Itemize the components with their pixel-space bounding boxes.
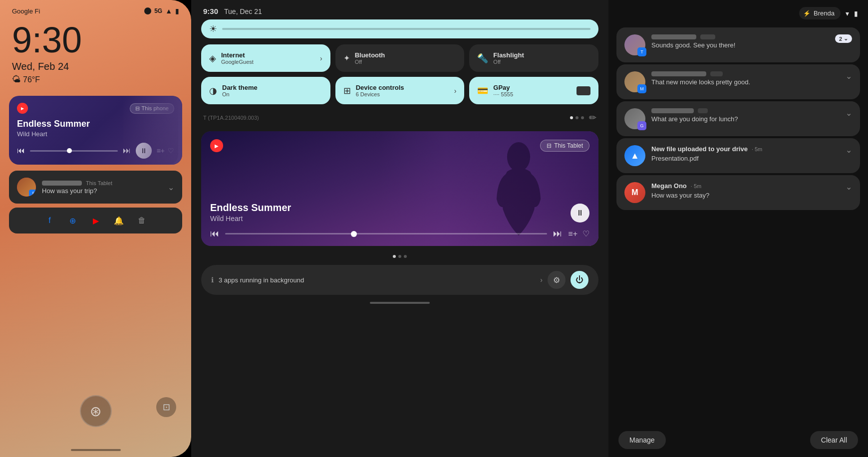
phone-notification[interactable]: f This Tablet How was your trip? ⌄ bbox=[9, 171, 182, 204]
expand-button[interactable]: ⌄ bbox=[168, 183, 174, 192]
phone-date: Wed, Feb 24 bbox=[0, 58, 191, 73]
qs-tile-bluetooth-text: Bluetooth Off bbox=[355, 51, 457, 65]
nc-content-sunita: Sounds good. See you there! bbox=[651, 34, 829, 50]
notification-item[interactable]: M Megan Ono · 5m How was your stay? ⌄ bbox=[616, 175, 860, 210]
qs-tile-internet-text: Internet GoogleGuest bbox=[221, 51, 315, 65]
tablet-panel: 9:30 Tue, Dec 21 ☀ ◈ Internet GoogleGues… bbox=[191, 0, 608, 457]
gpay-sub: ···· 5555 bbox=[493, 91, 572, 97]
brightness-row[interactable]: ☀ bbox=[201, 19, 598, 38]
page-dots bbox=[570, 116, 584, 119]
home-indicator bbox=[71, 449, 121, 451]
tablet-bottom-bar[interactable]: ℹ 3 apps running in background › ⚙ ⏻ bbox=[201, 265, 598, 295]
media-progress-bar[interactable] bbox=[225, 233, 547, 234]
tablet-date: Tue, Dec 21 bbox=[224, 7, 262, 15]
nc-message-sunita: Sounds good. See you there! bbox=[651, 41, 829, 50]
facebook-app-icon[interactable]: f bbox=[43, 214, 57, 228]
notif-app-badge: f bbox=[29, 190, 36, 197]
power-icon: ⏻ bbox=[576, 275, 583, 284]
media-dot-1 bbox=[393, 255, 396, 258]
phone-time: 9:30 bbox=[0, 18, 191, 58]
progress-thumb bbox=[67, 148, 72, 153]
internet-sub: GoogleGuest bbox=[221, 59, 315, 65]
nc-badge-messenger: M bbox=[637, 84, 646, 93]
notification-item[interactable]: G What are you doing for lunch? ⌄ bbox=[616, 101, 860, 136]
media-prev-button[interactable]: ⏮ bbox=[210, 228, 219, 239]
media-pause-button[interactable]: ⏸ bbox=[571, 204, 589, 223]
media-content: ▶ ⊟ This Tablet Endless Summer Wild Hear… bbox=[201, 131, 598, 246]
nc-name-bar bbox=[651, 34, 696, 39]
qs-tile-internet[interactable]: ◈ Internet GoogleGuest › bbox=[201, 44, 330, 72]
nc-count-chevron: ⌄ bbox=[844, 35, 848, 42]
brightness-track[interactable] bbox=[222, 28, 590, 30]
nc-name-bar-2 bbox=[698, 108, 708, 113]
darktheme-label: Dark theme bbox=[222, 84, 322, 91]
nc-avatar-sunita: T bbox=[624, 34, 645, 55]
prev-track-button[interactable]: ⏮ bbox=[17, 146, 25, 155]
tablet-badge-icon: ⊟ bbox=[547, 142, 552, 149]
expand-icon[interactable]: ⌄ bbox=[846, 71, 852, 81]
notif-avatar: f bbox=[17, 178, 36, 197]
nc-name-bar-2 bbox=[710, 71, 723, 76]
qs-tile-bluetooth[interactable]: ✦ Bluetooth Off bbox=[335, 44, 465, 72]
notifications-footer: Manage Clear All bbox=[608, 426, 868, 457]
nc-content-megan: Megan Ono · 5m How was your stay? bbox=[651, 182, 840, 200]
media-dot-3 bbox=[404, 255, 407, 258]
settings-button[interactable]: ⚙ bbox=[548, 271, 566, 289]
bluetooth-label: Bluetooth bbox=[355, 51, 457, 59]
power-button[interactable]: ⏻ bbox=[571, 271, 588, 289]
flashlight-icon: 🔦 bbox=[477, 53, 488, 64]
media-device-badge[interactable]: ⊟ This Tablet bbox=[540, 140, 589, 152]
notification-item[interactable]: M That new movie looks pretty good. ⌄ bbox=[616, 64, 860, 99]
manage-button[interactable]: Manage bbox=[618, 431, 666, 449]
bell-icon[interactable]: 🔔 bbox=[112, 214, 126, 228]
expand-icon[interactable]: ⌄ bbox=[846, 108, 852, 118]
edit-button[interactable]: ✏ bbox=[589, 112, 596, 123]
clear-all-button[interactable]: Clear All bbox=[810, 431, 858, 449]
bluetooth-sub: Off bbox=[355, 59, 457, 65]
internet-label: Internet bbox=[221, 51, 315, 59]
qs-tile-flashlight[interactable]: 🔦 Flashlight Off bbox=[469, 44, 598, 72]
qs-footer: T (TP1A.2100409.003) ✏ bbox=[201, 109, 598, 126]
notifs-topbar: ⚡ Brenda ▾ ▮ bbox=[608, 0, 868, 23]
media-dot-2 bbox=[398, 255, 401, 258]
expand-icon[interactable]: ⌄ bbox=[846, 182, 852, 192]
expand-icon[interactable]: ⌄ bbox=[846, 145, 852, 155]
music-progress-bar[interactable] bbox=[30, 150, 118, 152]
qs-tile-darktheme-text: Dark theme On bbox=[222, 84, 322, 97]
media-card[interactable]: ▶ ⊟ This Tablet Endless Summer Wild Hear… bbox=[201, 131, 598, 246]
tablet-status-bar: 9:30 Tue, Dec 21 bbox=[191, 0, 608, 19]
qs-tile-gpay[interactable]: 💳 GPay ···· 5555 bbox=[469, 77, 598, 104]
media-next-button[interactable]: ⏭ bbox=[553, 228, 562, 239]
media-queue-button[interactable]: ≡+ bbox=[568, 229, 578, 238]
qs-tile-devicecontrols[interactable]: ⊞ Device controls 6 Devices › bbox=[335, 77, 465, 104]
dot-3 bbox=[581, 116, 584, 119]
nc-name-bar-2 bbox=[700, 34, 715, 39]
phone-music-widget[interactable]: ▶ ⊟ This phone Endless Summer Wild Heart… bbox=[9, 96, 182, 165]
user-badge: ⚡ Brenda bbox=[799, 7, 841, 19]
notif-message: How was your trip? bbox=[42, 187, 162, 195]
fb-messenger-icon[interactable]: ⊕ bbox=[66, 214, 80, 228]
nc-count-badge: 2 ⌄ bbox=[835, 34, 852, 43]
quick-settings: ☀ ◈ Internet GoogleGuest › ✦ Bluetooth O… bbox=[191, 19, 608, 131]
brightness-icon: ☀ bbox=[209, 23, 217, 34]
gpay-card-graphic bbox=[577, 86, 590, 95]
nc-time-megan: · 5m bbox=[691, 183, 701, 189]
notif-content: This Tablet How was your trip? bbox=[42, 180, 162, 195]
phone-status-icons: 5G ▲ ▮ bbox=[144, 7, 179, 15]
qs-tile-darktheme[interactable]: ◑ Dark theme On bbox=[201, 77, 330, 104]
media-device-label: This Tablet bbox=[554, 142, 583, 149]
nc-name-bar bbox=[651, 71, 706, 76]
devicecontrols-icon: ⊞ bbox=[343, 85, 351, 96]
username-label: Brenda bbox=[814, 9, 835, 17]
notification-item[interactable]: T Sounds good. See you there! 2 ⌄ bbox=[616, 27, 860, 62]
nc-message-patrick: What are you doing for lunch? bbox=[651, 115, 840, 124]
notification-item[interactable]: ▲ New file uploaded to your drive · 5m P… bbox=[616, 138, 860, 173]
gpay-label: GPay bbox=[493, 84, 572, 91]
nc-message-drive: Presentation.pdf bbox=[651, 154, 840, 163]
nc-count: 2 bbox=[839, 36, 842, 42]
fingerprint-button[interactable]: ⊛ bbox=[80, 395, 112, 427]
youtube-icon[interactable]: ▶ bbox=[89, 214, 103, 228]
recents-button[interactable]: ⊡ bbox=[156, 397, 176, 417]
trash-icon[interactable]: 🗑 bbox=[135, 214, 149, 228]
media-like-button[interactable]: ♡ bbox=[582, 229, 589, 238]
